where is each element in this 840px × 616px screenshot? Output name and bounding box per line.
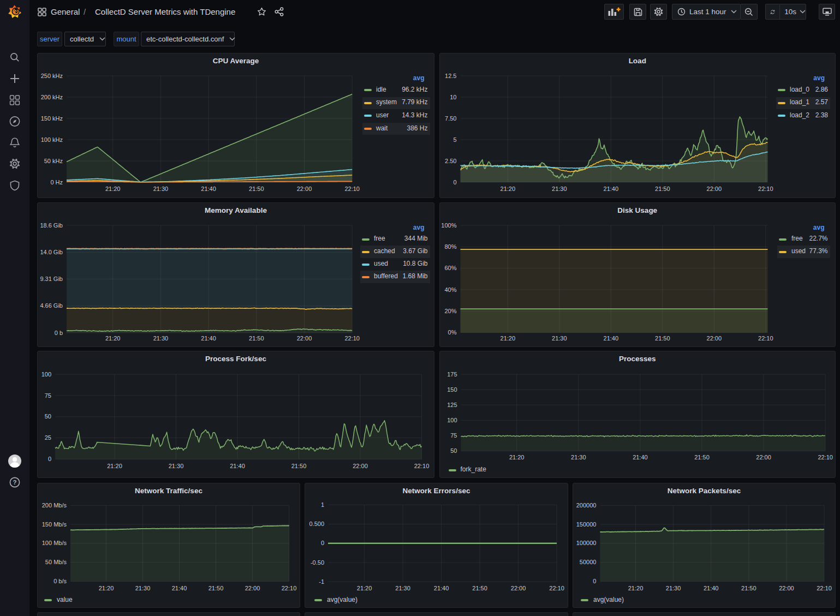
svg-text:200 Mb/s: 200 Mb/s — [42, 501, 67, 508]
svg-text:21:40: 21:40 — [603, 334, 618, 341]
svg-text:22:10: 22:10 — [414, 463, 430, 469]
svg-text:150000: 150000 — [576, 521, 597, 527]
svg-text:0 Hz: 0 Hz — [50, 179, 63, 186]
svg-text:100000: 100000 — [576, 540, 597, 546]
svg-text:21:40: 21:40 — [230, 463, 245, 469]
svg-text:0: 0 — [453, 179, 456, 186]
svg-text:1: 1 — [321, 501, 324, 507]
svg-text:21:30: 21:30 — [153, 186, 169, 192]
svg-text:50 Mb/s: 50 Mb/s — [45, 559, 67, 565]
svg-text:21:40: 21:40 — [704, 584, 719, 591]
svg-text:21:50: 21:50 — [208, 584, 224, 591]
svg-text:100: 100 — [41, 371, 51, 378]
svg-text:21:40: 21:40 — [434, 584, 449, 591]
svg-text:21:20: 21:20 — [509, 454, 524, 460]
svg-text:7.50: 7.50 — [445, 115, 456, 122]
svg-text:22:00: 22:00 — [706, 334, 722, 341]
svg-text:21:50: 21:50 — [694, 454, 710, 460]
svg-text:21:50: 21:50 — [291, 463, 307, 469]
svg-text:40%: 40% — [444, 286, 456, 292]
svg-text:22:10: 22:10 — [282, 584, 297, 591]
svg-text:50 kHz: 50 kHz — [44, 158, 63, 164]
svg-text:21:50: 21:50 — [741, 584, 756, 591]
svg-text:21:30: 21:30 — [153, 334, 169, 341]
svg-text:25: 25 — [45, 434, 51, 441]
svg-text:150 Mb/s: 150 Mb/s — [42, 521, 67, 527]
svg-text:21:30: 21:30 — [135, 584, 151, 591]
svg-text:4.66 Gib: 4.66 Gib — [40, 302, 63, 309]
svg-text:22:00: 22:00 — [353, 463, 368, 469]
svg-text:22:10: 22:10 — [758, 334, 773, 341]
svg-text:50: 50 — [45, 413, 51, 420]
svg-text:75: 75 — [45, 392, 51, 399]
svg-text:150 kHz: 150 kHz — [41, 115, 63, 122]
svg-text:150: 150 — [447, 386, 457, 393]
svg-text:14.0 Gib: 14.0 Gib — [40, 248, 63, 255]
svg-text:21:20: 21:20 — [628, 584, 644, 591]
svg-text:50000: 50000 — [580, 559, 597, 565]
svg-text:0 b/s: 0 b/s — [53, 578, 67, 584]
svg-text:21:40: 21:40 — [201, 334, 216, 341]
svg-text:?: ? — [13, 479, 16, 486]
svg-text:60%: 60% — [444, 265, 456, 271]
svg-text:21:20: 21:20 — [500, 334, 515, 341]
svg-text:21:30: 21:30 — [571, 454, 586, 460]
svg-text:80%: 80% — [444, 243, 456, 249]
svg-text:22:10: 22:10 — [344, 186, 360, 192]
svg-text:9.31 Gib: 9.31 Gib — [40, 276, 63, 282]
svg-text:21:20: 21:20 — [357, 584, 372, 591]
svg-text:21:20: 21:20 — [500, 186, 515, 192]
svg-text:22:00: 22:00 — [779, 584, 794, 591]
svg-text:22:00: 22:00 — [756, 454, 771, 460]
svg-text:18.6 Gib: 18.6 Gib — [40, 222, 63, 228]
svg-text:21:20: 21:20 — [105, 334, 121, 341]
svg-text:-1: -1 — [319, 578, 324, 584]
svg-text:0.500: 0.500 — [309, 521, 324, 527]
svg-text:21:30: 21:30 — [552, 186, 567, 192]
svg-text:75: 75 — [450, 432, 457, 439]
svg-text:21:30: 21:30 — [666, 584, 681, 591]
svg-text:21:40: 21:40 — [633, 454, 648, 460]
svg-text:21:50: 21:50 — [655, 186, 670, 192]
svg-text:0: 0 — [593, 578, 596, 584]
svg-text:22:10: 22:10 — [818, 454, 833, 460]
svg-text:21:50: 21:50 — [249, 186, 264, 192]
svg-text:21:30: 21:30 — [552, 334, 567, 341]
svg-text:21:20: 21:20 — [107, 463, 122, 469]
svg-text:0%: 0% — [448, 329, 456, 336]
svg-text:22:00: 22:00 — [245, 584, 260, 591]
svg-text:0: 0 — [321, 540, 324, 546]
svg-text:100 kHz: 100 kHz — [41, 136, 63, 143]
svg-text:22:10: 22:10 — [817, 584, 832, 591]
svg-text:21:50: 21:50 — [655, 334, 670, 341]
svg-text:21:30: 21:30 — [169, 463, 184, 469]
svg-text:100%: 100% — [441, 222, 456, 228]
svg-text:12.5: 12.5 — [445, 73, 456, 79]
svg-text:22:00: 22:00 — [706, 186, 722, 192]
svg-text:22:10: 22:10 — [758, 186, 773, 192]
svg-text:200000: 200000 — [576, 501, 597, 508]
svg-text:22:10: 22:10 — [344, 334, 360, 341]
svg-text:175: 175 — [447, 371, 457, 378]
svg-text:10: 10 — [450, 94, 456, 100]
svg-text:0: 0 — [48, 456, 51, 462]
svg-text:22:00: 22:00 — [297, 334, 312, 341]
svg-text:22:00: 22:00 — [511, 584, 526, 591]
svg-text:-0.50: -0.50 — [311, 559, 324, 565]
svg-text:20%: 20% — [444, 307, 456, 314]
svg-text:21:40: 21:40 — [172, 584, 187, 591]
svg-text:100: 100 — [447, 417, 457, 423]
svg-text:22:00: 22:00 — [297, 186, 312, 192]
svg-text:100 Mb/s: 100 Mb/s — [42, 540, 67, 546]
svg-text:125: 125 — [447, 402, 457, 408]
svg-text:5: 5 — [453, 136, 456, 143]
svg-text:21:20: 21:20 — [99, 584, 114, 591]
svg-text:0 b: 0 b — [55, 329, 63, 336]
svg-text:250 kHz: 250 kHz — [41, 73, 63, 79]
svg-text:2.50: 2.50 — [445, 158, 456, 164]
svg-text:200 kHz: 200 kHz — [41, 94, 63, 100]
svg-text:21:30: 21:30 — [395, 584, 410, 591]
svg-text:21:40: 21:40 — [603, 186, 618, 192]
svg-text:21:50: 21:50 — [249, 334, 264, 341]
svg-text:21:40: 21:40 — [201, 186, 216, 192]
